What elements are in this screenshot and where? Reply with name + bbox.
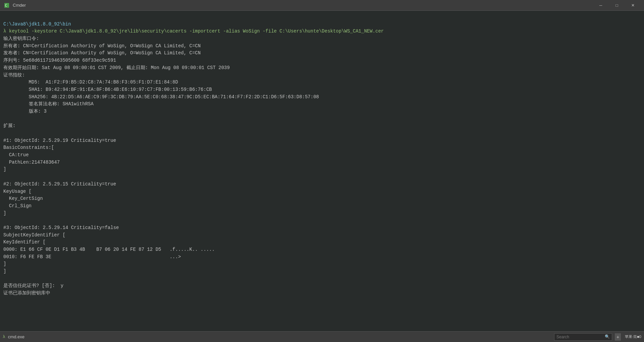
statusbar: λ cmd.exe 🔍 + 苹果·筒■0 xyxy=(0,331,644,342)
minimize-button[interactable]: ─ xyxy=(593,0,608,11)
output-line-15: CA:true xyxy=(3,152,29,158)
output-line-10: 签名算法名称: SHA1withRSA xyxy=(3,101,94,107)
statusbar-prompt: λ xyxy=(3,334,5,339)
output-line-11: 版本: 3 xyxy=(3,109,47,114)
output-line-25: KeyIdentifier [ xyxy=(3,239,46,245)
output-line-29: ] xyxy=(3,269,6,274)
add-tab-button[interactable]: + xyxy=(615,333,621,341)
terminal-output: C:\Java8\jdk1.8.0_92\bin λ keytool -keys… xyxy=(3,13,641,304)
output-line-1: 输入密钥库口令: xyxy=(3,36,39,41)
output-line-13: #1: ObjectId: 2.5.29.19 Criticality=true xyxy=(3,138,116,143)
sys-tray-icons: 苹果·筒■0 xyxy=(625,334,641,339)
output-line-blank5 xyxy=(3,276,6,281)
output-line-26: 0000: E1 66 CF 0E D1 F1 B3 4B B7 06 20 1… xyxy=(3,247,215,252)
output-line-28: ] xyxy=(3,261,6,267)
output-line-31: 证书已添加到密钥库中 xyxy=(3,290,50,296)
output-line-4: 序列号: 5e68d611719463505600 68f33ec9c591 xyxy=(3,58,116,63)
maximize-button[interactable]: □ xyxy=(609,0,625,11)
output-line-24: SubjectKeyIdentifier [ xyxy=(3,232,65,238)
output-line-27: 0010: F6 FE FB 3E ...> xyxy=(3,254,181,260)
output-line-6: 证书指纹: xyxy=(3,72,25,78)
output-line-5: 有效期开始日期: Sat Aug 08 09:00:01 CST 2009, 截… xyxy=(3,65,230,70)
output-line-8: SHA1: B9:42:94:BF:91:EA:8F:B6:4B:E6:10:9… xyxy=(3,87,212,92)
output-line-blank1 xyxy=(3,116,6,121)
output-line-blank4 xyxy=(3,218,6,223)
output-line-18: #2: ObjectId: 2.5.29.15 Criticality=true xyxy=(3,181,116,187)
output-line-14: BasicConstraints:[ xyxy=(3,145,54,150)
output-line-30: 是否信任此证书? [否]: y xyxy=(3,283,63,288)
svg-text:C: C xyxy=(5,4,7,7)
output-line-22: ] xyxy=(3,211,6,216)
titlebar: C Cmder ─ □ ✕ xyxy=(0,0,644,11)
current-path: C:\Java8\jdk1.8.0_92\bin xyxy=(3,21,71,27)
window: C Cmder ─ □ ✕ C:\Java8\jdk1.8.0_92\bin λ… xyxy=(0,0,644,342)
output-line-3: 发布者: CN=Certification Authority of WoSig… xyxy=(3,50,201,56)
output-line-20: Key_CertSign xyxy=(3,196,43,201)
output-line-blank3 xyxy=(3,174,6,179)
window-title: Cmder xyxy=(13,3,593,8)
sys-tray: 苹果·筒■0 xyxy=(625,334,641,339)
statusbar-process: cmd.exe xyxy=(8,334,24,339)
window-controls: ─ □ ✕ xyxy=(593,0,641,11)
app-icon: C xyxy=(3,2,10,9)
output-line-21: Crl_Sign xyxy=(3,203,32,209)
output-line-23: #3: ObjectId: 2.5.29.14 Criticality=fals… xyxy=(3,225,119,230)
output-line-12: 扩展: xyxy=(3,123,15,128)
terminal-area[interactable]: C:\Java8\jdk1.8.0_92\bin λ keytool -keys… xyxy=(0,11,644,331)
search-box[interactable]: 🔍 xyxy=(554,333,612,341)
output-line-16: PathLen:2147483647 xyxy=(3,160,60,165)
output-line-9: SHA256: 4B:22:D5:A6:AE:C9:9F:3C:DB:79:AA… xyxy=(3,94,319,100)
search-icon[interactable]: 🔍 xyxy=(605,334,610,339)
output-line-19: KeyUsage [ xyxy=(3,189,32,194)
close-button[interactable]: ✕ xyxy=(625,0,641,11)
output-line-2: 所有者: CN=Certification Authority of WoSig… xyxy=(3,43,201,49)
output-line-17: ] xyxy=(3,167,6,172)
output-line-7: MD5: A1:F2:F9:B5:D2:C8:7A:74:B8:F3:05:F1… xyxy=(3,79,178,85)
command-line: λ keytool -keystore C:\Java8\jdk1.8.0_92… xyxy=(3,28,384,34)
search-input[interactable] xyxy=(556,335,603,339)
output-line-blank2 xyxy=(3,130,6,136)
